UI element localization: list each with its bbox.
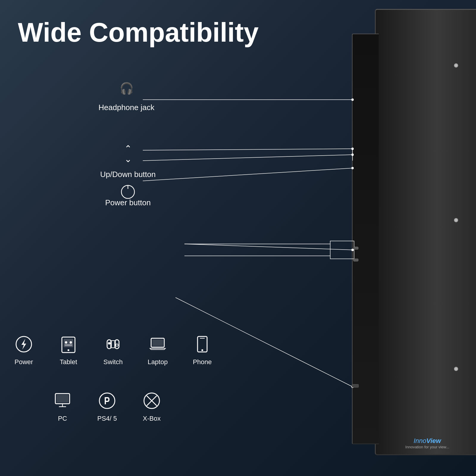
svg-rect-43 bbox=[57, 395, 68, 403]
compat-row-1: Power Tablet bbox=[9, 334, 217, 366]
compat-item-power: Power bbox=[9, 334, 39, 366]
svg-rect-37 bbox=[152, 339, 163, 346]
svg-point-29 bbox=[70, 341, 72, 344]
ps45-label: PS4/ 5 bbox=[97, 415, 117, 422]
screen-face bbox=[352, 34, 379, 444]
power-icon bbox=[13, 334, 34, 355]
svg-point-26 bbox=[68, 349, 69, 351]
svg-point-40 bbox=[201, 349, 203, 351]
power-label: Power bbox=[15, 358, 33, 366]
switch-icon bbox=[103, 334, 123, 355]
compat-item-ps45: PS4/ 5 bbox=[92, 390, 122, 422]
pc-label: PC bbox=[58, 415, 67, 422]
svg-point-35 bbox=[116, 344, 118, 346]
tablet-icon bbox=[58, 334, 79, 355]
svg-point-34 bbox=[108, 342, 110, 345]
switch-label: Switch bbox=[104, 358, 123, 366]
laptop-icon bbox=[147, 334, 168, 355]
brand-tagline: Innovation for your view... bbox=[405, 445, 449, 449]
screw-top bbox=[454, 63, 458, 68]
pc-icon bbox=[52, 390, 73, 411]
screw-mid bbox=[454, 218, 458, 222]
svg-point-28 bbox=[65, 341, 67, 344]
compat-row-2: PC PS4/ 5 X-Box bbox=[48, 390, 167, 422]
laptop-label: Laptop bbox=[148, 358, 167, 366]
xbox-label: X-Box bbox=[143, 415, 161, 422]
monitor-body bbox=[375, 9, 476, 455]
screw-bot bbox=[454, 367, 458, 371]
page-title: Wide Compatibility bbox=[18, 18, 259, 47]
ps45-icon bbox=[97, 390, 118, 411]
compat-item-xbox: X-Box bbox=[137, 390, 167, 422]
monitor-device bbox=[351, 0, 476, 476]
svg-rect-30 bbox=[65, 344, 72, 346]
tablet-label: Tablet bbox=[60, 358, 77, 366]
compat-item-tablet: Tablet bbox=[54, 334, 83, 366]
compat-item-switch: Switch bbox=[98, 334, 128, 366]
compat-item-laptop: Laptop bbox=[143, 334, 173, 366]
brand-logo: InnoView Innovation for your view... bbox=[405, 437, 449, 449]
brand-name: InnoView bbox=[405, 437, 449, 445]
xbox-icon bbox=[141, 390, 162, 411]
phone-label: Phone bbox=[193, 358, 212, 366]
phone-icon bbox=[192, 334, 213, 355]
compat-item-pc: PC bbox=[48, 390, 77, 422]
compat-item-phone: Phone bbox=[187, 334, 217, 366]
